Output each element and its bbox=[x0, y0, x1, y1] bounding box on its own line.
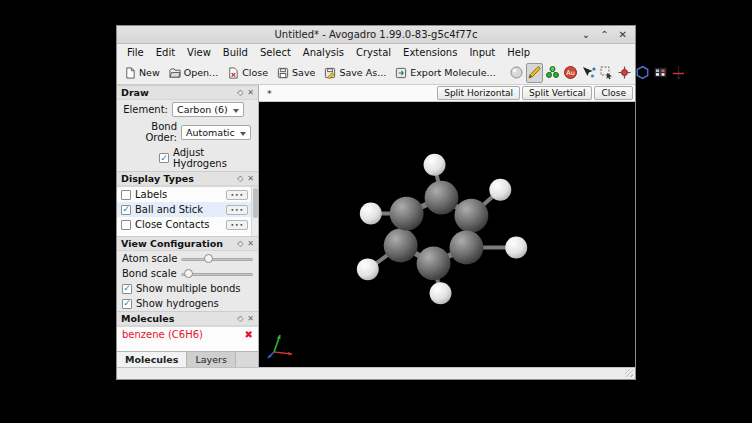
fragment-tool[interactable] bbox=[544, 63, 561, 83]
left-dock: Draw ◇ ✕ Element: Carbon (6) bbox=[117, 85, 259, 367]
menu-analysis[interactable]: Analysis bbox=[297, 45, 350, 60]
draw-panel-header: Draw ◇ ✕ bbox=[117, 85, 258, 100]
manipulate-tool[interactable] bbox=[616, 63, 633, 83]
close-panel-icon[interactable]: ✕ bbox=[247, 174, 254, 183]
delete-molecule-icon[interactable]: ✖ bbox=[245, 329, 253, 340]
float-panel-icon[interactable]: ◇ bbox=[237, 239, 243, 248]
atom-scale-label: Atom scale bbox=[122, 253, 177, 264]
display-types-scrollbar[interactable] bbox=[251, 187, 258, 236]
molecules-panel: Molecules ◇ ✕ benzene (C6H6) ✖ bbox=[117, 311, 258, 351]
split-vertical-button[interactable]: Split Vertical bbox=[522, 86, 593, 100]
menu-crystal[interactable]: Crystal bbox=[350, 45, 397, 60]
display-type-row-ball-and-stick[interactable]: ✓ Ball and Stick ••• bbox=[117, 202, 258, 217]
show-multiple-bonds-checkbox[interactable]: ✓ bbox=[122, 284, 132, 294]
menu-file[interactable]: File bbox=[121, 45, 150, 60]
maximize-icon[interactable]: ⌃ bbox=[600, 26, 608, 44]
svg-text:Au: Au bbox=[566, 69, 575, 77]
scrollbar-thumb[interactable] bbox=[253, 188, 258, 218]
film-icon bbox=[653, 65, 668, 80]
molecules-header: Molecules ◇ ✕ bbox=[117, 311, 258, 326]
bond-scale-label: Bond scale bbox=[122, 268, 177, 279]
tab-molecules[interactable]: Molecules bbox=[117, 352, 187, 367]
menu-edit[interactable]: Edit bbox=[150, 45, 181, 60]
adjust-hydrogens-checkbox[interactable]: ✓ bbox=[159, 153, 169, 163]
atom-scale-handle[interactable] bbox=[204, 254, 213, 263]
bond-scale-handle[interactable] bbox=[184, 269, 193, 278]
atom-label-icon: Au bbox=[563, 65, 578, 80]
template-tool[interactable] bbox=[634, 63, 651, 83]
draw-panel: Draw ◇ ✕ Element: Carbon (6) bbox=[117, 85, 258, 171]
new-document-icon bbox=[124, 67, 136, 79]
save-button[interactable]: Save bbox=[273, 64, 319, 82]
float-panel-icon[interactable]: ◇ bbox=[237, 314, 243, 323]
selection-box-icon bbox=[599, 65, 614, 80]
ball-and-stick-options-button[interactable]: ••• bbox=[226, 205, 248, 215]
window-title: Untitled* - Avogadro 1.99.0-83-g5c4f77c bbox=[117, 29, 635, 40]
close-contacts-checkbox[interactable] bbox=[121, 220, 131, 230]
show-hydrogens-checkbox[interactable]: ✓ bbox=[122, 299, 132, 309]
close-panel-icon[interactable]: ✕ bbox=[247, 239, 254, 248]
select-tool[interactable] bbox=[598, 63, 615, 83]
bond-order-select[interactable]: Automatic bbox=[181, 125, 251, 140]
titlebar: Untitled* - Avogadro 1.99.0-83-g5c4f77c … bbox=[117, 26, 635, 44]
screen: Untitled* - Avogadro 1.99.0-83-g5c4f77c … bbox=[0, 0, 752, 423]
close-panel-icon[interactable]: ✕ bbox=[247, 88, 254, 97]
atom-scale-slider[interactable] bbox=[181, 253, 253, 264]
display-types-panel: Display Types ◇ ✕ Labels ••• bbox=[117, 171, 258, 236]
menu-extensions[interactable]: Extensions bbox=[397, 45, 463, 60]
menu-input[interactable]: Input bbox=[463, 45, 501, 60]
menu-help[interactable]: Help bbox=[501, 45, 536, 60]
display-type-row-close-contacts[interactable]: Close Contacts ••• bbox=[117, 217, 258, 232]
orientation-axes-icon bbox=[265, 331, 299, 361]
save-as-button[interactable]: Save As... bbox=[320, 64, 390, 82]
minimize-icon[interactable]: ⌄ bbox=[582, 26, 590, 44]
viewport: * Split Horizontal Split Vertical Close bbox=[259, 85, 635, 367]
measure-tool[interactable] bbox=[580, 63, 597, 83]
draw-tool[interactable] bbox=[526, 63, 543, 83]
new-button[interactable]: New bbox=[120, 64, 164, 82]
navigate-tool[interactable] bbox=[508, 63, 525, 83]
close-panel-icon[interactable]: ✕ bbox=[247, 314, 254, 323]
menu-view[interactable]: View bbox=[181, 45, 217, 60]
statusbar bbox=[117, 367, 635, 379]
close-contacts-options-button[interactable]: ••• bbox=[226, 220, 248, 230]
float-panel-icon[interactable]: ◇ bbox=[237, 88, 243, 97]
bond-order-label: Bond Order: bbox=[122, 121, 177, 143]
view-configuration-title: View Configuration bbox=[121, 238, 223, 249]
close-view-button[interactable]: Close bbox=[594, 86, 633, 100]
close-file-button[interactable]: Close bbox=[223, 64, 272, 82]
float-panel-icon[interactable]: ◇ bbox=[237, 174, 243, 183]
menu-build[interactable]: Build bbox=[217, 45, 254, 60]
plumb-axes-icon bbox=[671, 65, 686, 80]
export-molecule-button[interactable]: Export Molecule... bbox=[391, 64, 499, 82]
show-hydrogens-label: Show hydrogens bbox=[136, 298, 219, 309]
menu-select[interactable]: Select bbox=[254, 45, 297, 60]
molecule-list-item[interactable]: benzene (C6H6) ✖ bbox=[117, 327, 258, 342]
bond-scale-slider[interactable] bbox=[181, 268, 253, 279]
open-button[interactable]: Open... bbox=[165, 64, 222, 82]
draw-panel-title: Draw bbox=[121, 87, 149, 98]
display-types-list: Labels ••• ✓ Ball and Stick ••• Close Co… bbox=[117, 186, 258, 236]
split-horizontal-button[interactable]: Split Horizontal bbox=[437, 86, 520, 100]
resize-grip[interactable] bbox=[625, 369, 633, 377]
close-window-icon[interactable]: ✕ bbox=[619, 26, 627, 44]
element-select[interactable]: Carbon (6) bbox=[172, 102, 244, 117]
animation-tool[interactable] bbox=[652, 63, 669, 83]
labels-checkbox[interactable] bbox=[121, 190, 131, 200]
chevron-down-icon bbox=[240, 132, 246, 136]
viewport-tab-indicator[interactable]: * bbox=[261, 88, 278, 99]
display-type-row-labels[interactable]: Labels ••• bbox=[117, 187, 258, 202]
align-tool[interactable] bbox=[670, 63, 687, 83]
3d-canvas[interactable] bbox=[259, 102, 635, 367]
manipulate-atom-icon bbox=[617, 65, 632, 80]
display-types-title: Display Types bbox=[121, 173, 194, 184]
template-ring-icon bbox=[635, 65, 650, 80]
avogadro-window: Untitled* - Avogadro 1.99.0-83-g5c4f77c … bbox=[116, 25, 636, 380]
measure-cursor-icon bbox=[581, 65, 596, 80]
chevron-down-icon bbox=[233, 109, 239, 113]
label-tool[interactable]: Au bbox=[562, 63, 579, 83]
ball-and-stick-checkbox[interactable]: ✓ bbox=[121, 205, 131, 215]
dock-tab-bar: Molecules Layers bbox=[117, 351, 258, 367]
labels-options-button[interactable]: ••• bbox=[226, 190, 248, 200]
tab-layers[interactable]: Layers bbox=[187, 352, 235, 367]
